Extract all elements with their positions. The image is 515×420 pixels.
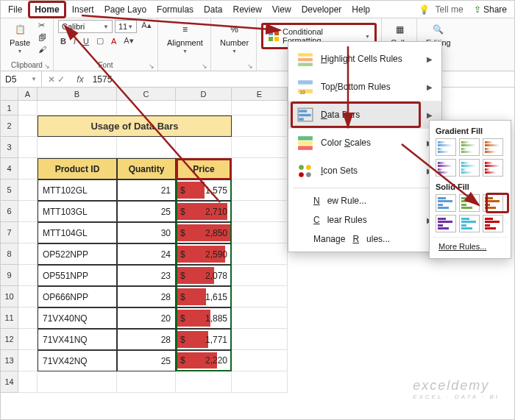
- table-cell-price[interactable]: $1,885: [176, 307, 232, 329]
- solid-databar-swatch[interactable]: [459, 194, 480, 212]
- col-header-D[interactable]: D: [176, 88, 232, 101]
- col-header-E[interactable]: E: [232, 88, 288, 101]
- table-cell-qty[interactable]: 23: [117, 265, 176, 286]
- italic-button[interactable]: I: [71, 36, 78, 46]
- solid-databar-swatch[interactable]: [436, 194, 456, 212]
- cf-new-rule[interactable]: New Rule...: [288, 191, 441, 210]
- table-cell-qty[interactable]: 24: [117, 243, 176, 265]
- menu-home[interactable]: Home: [28, 1, 65, 18]
- table-header[interactable]: Product ID: [38, 158, 117, 179]
- dialog-launcher-icon[interactable]: ↘: [44, 63, 50, 70]
- table-cell-price[interactable]: $2,710: [176, 201, 232, 222]
- table-cell-qty[interactable]: 20: [117, 307, 176, 329]
- row-header-14[interactable]: 14: [1, 371, 18, 393]
- table-cell-qty[interactable]: 25: [117, 201, 176, 222]
- table-cell-id[interactable]: MTT103GL: [38, 201, 117, 222]
- menu-view[interactable]: View: [268, 3, 296, 16]
- fx-icon[interactable]: fx: [71, 74, 89, 85]
- row-header-7[interactable]: 7: [1, 222, 18, 243]
- cf-color-scales[interactable]: Color Scales▶: [288, 129, 441, 157]
- underline-button[interactable]: U: [81, 36, 91, 46]
- solid-databar-swatch[interactable]: [459, 215, 480, 232]
- col-header-B[interactable]: B: [38, 88, 117, 101]
- table-header[interactable]: Price: [176, 158, 232, 179]
- row-header-4[interactable]: 4: [1, 158, 18, 179]
- row-header-2[interactable]: 2: [1, 115, 18, 137]
- table-cell-price[interactable]: $1,771: [176, 329, 232, 350]
- row-header-9[interactable]: 9: [1, 265, 18, 286]
- cf-data-bars[interactable]: Data Bars▶: [288, 101, 441, 129]
- tell-me[interactable]: Tell me: [431, 3, 468, 16]
- menu-developer[interactable]: Developer: [297, 3, 347, 16]
- solid-databar-swatch[interactable]: [483, 215, 503, 232]
- table-title[interactable]: Usage of Data Bars: [38, 115, 232, 137]
- row-header-1[interactable]: 1: [1, 101, 18, 115]
- font-size-select[interactable]: 11▼: [115, 20, 137, 33]
- table-cell-qty[interactable]: 30: [117, 222, 176, 243]
- menu-insert[interactable]: Insert: [68, 3, 99, 16]
- menu-file[interactable]: File: [4, 3, 26, 16]
- col-header-A[interactable]: A: [18, 88, 38, 101]
- row-header-6[interactable]: 6: [1, 201, 18, 222]
- menu-data[interactable]: Data: [199, 3, 227, 16]
- table-cell-price[interactable]: $2,850: [176, 222, 232, 243]
- cf-highlight-cells[interactable]: Highlight Cells Rules▶: [288, 45, 441, 73]
- cf-icon-sets[interactable]: Icon Sets▶: [288, 157, 441, 185]
- copy-button[interactable]: 🗐: [36, 32, 49, 43]
- solid-databar-swatch[interactable]: [483, 194, 503, 212]
- cut-button[interactable]: ✂: [36, 20, 49, 31]
- table-cell-qty[interactable]: 25: [117, 350, 176, 371]
- table-cell-id[interactable]: MTT102GL: [38, 179, 117, 201]
- table-cell-price[interactable]: $1,615: [176, 286, 232, 307]
- grow-font-button[interactable]: A▴: [139, 20, 153, 33]
- gradient-databar-swatch[interactable]: [483, 159, 503, 177]
- cf-manage-rules[interactable]: Manage Rules...: [288, 229, 441, 249]
- border-button[interactable]: ▢: [94, 35, 106, 46]
- table-cell-id[interactable]: 71VX40NQ: [38, 307, 117, 329]
- dialog-launcher-icon[interactable]: ↘: [149, 63, 154, 70]
- table-cell-id[interactable]: 71VX42NQ: [38, 350, 117, 371]
- table-cell-id[interactable]: MTT104GL: [38, 222, 117, 243]
- alignment-button[interactable]: ≡Alignment▼: [163, 20, 207, 56]
- gradient-databar-swatch[interactable]: [436, 138, 456, 156]
- table-cell-qty[interactable]: 28: [117, 286, 176, 307]
- gradient-databar-swatch[interactable]: [459, 159, 480, 177]
- menu-pagelayout[interactable]: Page Layo: [100, 3, 151, 16]
- gradient-databar-swatch[interactable]: [436, 159, 456, 177]
- table-cell-qty[interactable]: 28: [117, 329, 176, 350]
- menu-review[interactable]: Review: [228, 3, 266, 16]
- row-header-10[interactable]: 10: [1, 286, 18, 307]
- table-cell-price[interactable]: $2,078: [176, 265, 232, 286]
- name-box[interactable]: D5▼: [1, 71, 42, 87]
- table-cell-id[interactable]: OP551NPP: [38, 265, 117, 286]
- share-button[interactable]: ⇪ Share: [469, 3, 511, 16]
- row-header-5[interactable]: 5: [1, 179, 18, 201]
- more-rules-button[interactable]: More Rules...: [433, 237, 508, 255]
- table-cell-id[interactable]: 71VX41NQ: [38, 329, 117, 350]
- shrink-font-button[interactable]: A▾: [121, 35, 135, 46]
- row-header-8[interactable]: 8: [1, 243, 18, 265]
- cf-top-bottom[interactable]: 10 Top/Bottom Rules▶: [288, 73, 441, 101]
- table-cell-qty[interactable]: 21: [117, 179, 176, 201]
- table-cell-price[interactable]: $1,575: [176, 179, 232, 201]
- dialog-launcher-icon[interactable]: ↘: [202, 63, 207, 70]
- font-color-button[interactable]: A: [109, 36, 118, 46]
- table-header[interactable]: Quantity: [117, 158, 176, 179]
- table-cell-id[interactable]: OP522NPP: [38, 243, 117, 265]
- table-cell-price[interactable]: $2,590: [176, 243, 232, 265]
- table-cell-id[interactable]: OP666NPP: [38, 286, 117, 307]
- gradient-databar-swatch[interactable]: [483, 138, 503, 156]
- menu-formulas[interactable]: Formulas: [152, 3, 198, 16]
- row-header-13[interactable]: 13: [1, 350, 18, 371]
- gradient-databar-swatch[interactable]: [459, 138, 480, 156]
- row-header-12[interactable]: 12: [1, 329, 18, 350]
- bold-button[interactable]: B: [58, 36, 68, 46]
- solid-databar-swatch[interactable]: [436, 215, 456, 232]
- col-header-C[interactable]: C: [117, 88, 176, 101]
- format-painter-button[interactable]: 🖌: [36, 44, 49, 54]
- row-header-3[interactable]: 3: [1, 137, 18, 158]
- table-cell-price[interactable]: $2,220: [176, 350, 232, 371]
- cf-clear-rules[interactable]: Clear Rules▶: [288, 210, 441, 229]
- row-header-11[interactable]: 11: [1, 307, 18, 329]
- font-name-select[interactable]: Calibri▼: [58, 20, 113, 33]
